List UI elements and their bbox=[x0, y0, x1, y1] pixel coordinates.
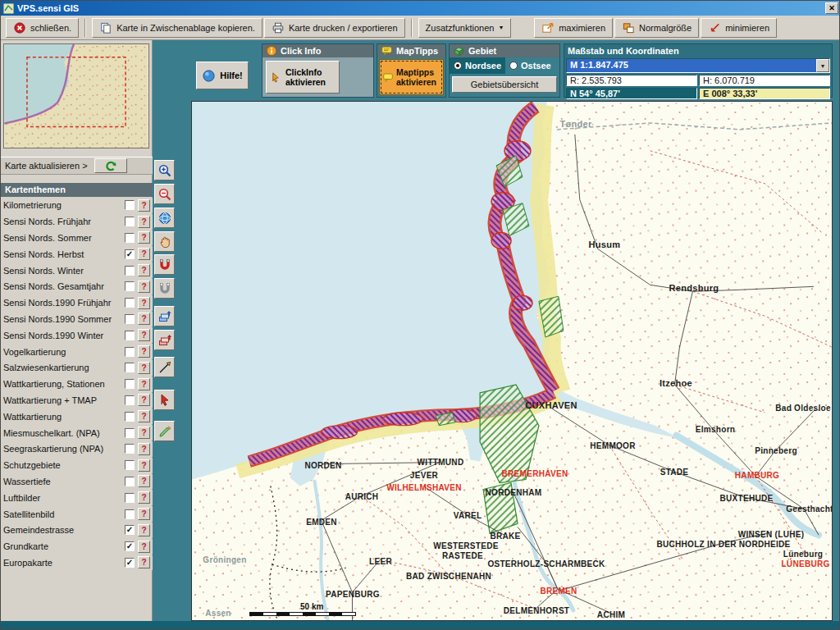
select-tool[interactable] bbox=[154, 390, 175, 410]
draw-tool[interactable] bbox=[154, 421, 175, 441]
layer-checkbox[interactable] bbox=[125, 428, 135, 438]
layer-help-button[interactable]: ? bbox=[138, 524, 150, 536]
layer-checkbox[interactable]: ✓ bbox=[125, 558, 135, 568]
refresh-map-button[interactable] bbox=[94, 158, 127, 173]
zoom-out-tool[interactable] bbox=[154, 184, 175, 204]
pan-tool[interactable] bbox=[154, 231, 175, 252]
close-map-button[interactable]: schließen. bbox=[6, 18, 79, 38]
layer-checkbox[interactable] bbox=[125, 412, 135, 422]
update-map-label: Karte aktualisieren > bbox=[5, 161, 88, 171]
layer-help-button[interactable]: ? bbox=[138, 199, 150, 212]
layer-checkbox[interactable] bbox=[125, 200, 135, 210]
layer-help-button[interactable]: ? bbox=[138, 475, 150, 487]
map-canvas[interactable]: TønderHusumRendsburgItzehoeBad OldesloeE… bbox=[191, 101, 833, 621]
layer-checkbox[interactable] bbox=[125, 217, 135, 226]
map-image bbox=[192, 102, 832, 620]
radio-nordsee[interactable]: Nordsee bbox=[450, 57, 505, 74]
maximize-label: maximieren bbox=[559, 23, 605, 33]
layer-checkbox[interactable] bbox=[125, 395, 135, 405]
layer-help-button[interactable]: ? bbox=[138, 541, 150, 553]
maximize-button[interactable]: maximieren bbox=[534, 18, 613, 38]
scale-select[interactable]: M 1:1.847.475 ▼ bbox=[566, 58, 830, 73]
toolbar: schließen. Karte in Zwischenablage kopie… bbox=[1, 16, 840, 40]
overview-minimap[interactable] bbox=[3, 43, 149, 148]
maptipps-panel: MapTipps Maptipps aktivieren bbox=[377, 43, 446, 98]
layer-help-button[interactable]: ? bbox=[138, 410, 150, 422]
layer-checkbox[interactable] bbox=[125, 460, 135, 470]
layer-help-button[interactable]: ? bbox=[138, 281, 150, 293]
layer-checkbox[interactable] bbox=[125, 266, 135, 276]
layer-checkbox[interactable] bbox=[125, 314, 135, 324]
maptipps-activate-button[interactable]: Maptipps aktivieren bbox=[379, 59, 444, 95]
layer-checkbox[interactable] bbox=[125, 363, 135, 372]
normal-size-icon bbox=[622, 21, 635, 34]
layer-checkbox[interactable] bbox=[125, 331, 135, 340]
layer-checkbox[interactable] bbox=[125, 444, 135, 454]
gebiet-overview-button[interactable]: Gebietsübersicht bbox=[452, 76, 557, 93]
gebiet-panel: Gebiet Nordsee Ostsee Gebietsübersicht bbox=[449, 43, 560, 98]
layer-row: Sensi Nords.1990 Winter? bbox=[1, 327, 153, 343]
clickinfo-activate-button[interactable]: ClickInfo aktivieren bbox=[266, 61, 340, 94]
layer-help-button[interactable]: ? bbox=[138, 427, 150, 439]
extras-dropdown-button[interactable]: Zusatzfunktionen ▼ bbox=[418, 18, 512, 38]
layer-checkbox[interactable] bbox=[125, 379, 135, 389]
order-lower-tool[interactable] bbox=[154, 330, 175, 350]
minimize-button[interactable]: minimieren bbox=[701, 18, 777, 38]
layer-help-button[interactable]: ? bbox=[138, 313, 150, 325]
layer-checkbox[interactable]: ✓ bbox=[125, 541, 135, 551]
scale-dropdown-button[interactable]: ▼ bbox=[816, 59, 829, 72]
zoom-out-icon bbox=[158, 187, 172, 202]
layer-help-button[interactable]: ? bbox=[138, 362, 150, 374]
window-close-button[interactable]: ✕ bbox=[825, 2, 838, 14]
layer-help-button[interactable]: ? bbox=[138, 508, 150, 520]
clickinfo-panel: Click Info ClickInfo aktivieren bbox=[262, 43, 374, 98]
layer-row: Sensi Nords.1990 Sommer? bbox=[1, 312, 153, 327]
normal-size-button[interactable]: Normalgröße bbox=[614, 18, 699, 38]
layer-checkbox[interactable] bbox=[125, 233, 135, 243]
layer-checkbox[interactable] bbox=[125, 477, 135, 486]
layer-checkbox[interactable] bbox=[125, 281, 135, 291]
layer-label: Wattkartierung, Stationen bbox=[3, 379, 121, 389]
layer-checkbox[interactable]: ✓ bbox=[125, 525, 135, 535]
zoom-in-tool[interactable] bbox=[154, 160, 175, 180]
layer-label: Sensi Nords.1990 Frühjahr bbox=[3, 298, 121, 308]
layer-help-button[interactable]: ? bbox=[138, 459, 150, 472]
help-button[interactable]: Hilfe! bbox=[196, 62, 249, 89]
toolbar-separator bbox=[84, 19, 86, 37]
help-label: Hilfe! bbox=[220, 71, 243, 80]
layer-help-button[interactable]: ? bbox=[138, 378, 150, 390]
order-raise-tool[interactable] bbox=[154, 306, 175, 326]
layer-help-button[interactable]: ? bbox=[138, 329, 150, 341]
layer-help-button[interactable]: ? bbox=[138, 491, 150, 504]
measure-tool[interactable] bbox=[154, 357, 175, 377]
magnet-active-tool[interactable] bbox=[154, 254, 175, 275]
layer-row: Sensi Nords. Sommer? bbox=[1, 231, 153, 246]
layer-help-button[interactable]: ? bbox=[138, 216, 150, 228]
layer-help-button[interactable]: ? bbox=[138, 556, 150, 568]
layer-help-button[interactable]: ? bbox=[138, 231, 150, 244]
layer-checkbox[interactable] bbox=[125, 298, 135, 308]
layer-checkbox[interactable] bbox=[125, 493, 135, 503]
layer-help-button[interactable]: ? bbox=[138, 345, 150, 358]
print-export-label: Karte drucken / exportieren bbox=[289, 23, 398, 33]
print-export-button[interactable]: Karte drucken / exportieren bbox=[264, 18, 405, 38]
layer-label: Vogelkartierung bbox=[3, 347, 121, 357]
title-bar: VPS.sensi GIS ✕ bbox=[1, 1, 840, 16]
layer-checkbox[interactable] bbox=[125, 509, 135, 519]
layer-checkbox[interactable] bbox=[125, 347, 135, 357]
full-extent-tool[interactable] bbox=[154, 208, 175, 228]
layer-help-button[interactable]: ? bbox=[138, 248, 150, 260]
layer-checkbox[interactable]: ✓ bbox=[125, 249, 135, 259]
layer-help-button[interactable]: ? bbox=[138, 297, 150, 309]
speech-bubble-icon bbox=[381, 45, 393, 57]
radio-ostsee[interactable]: Ostsee bbox=[505, 57, 559, 74]
layer-label: Sensi Nords.1990 Winter bbox=[3, 331, 121, 340]
app-icon bbox=[3, 3, 14, 14]
layer-help-button[interactable]: ? bbox=[138, 394, 150, 406]
magnet-inactive-tool[interactable] bbox=[154, 278, 175, 299]
layer-help-button[interactable]: ? bbox=[138, 264, 150, 276]
layer-label: Sensi Nords.1990 Sommer bbox=[3, 314, 121, 324]
coords-header: Maßstab und Koordinaten bbox=[564, 44, 832, 57]
copy-map-button[interactable]: Karte in Zwischenablage kopieren. bbox=[92, 18, 262, 38]
layer-help-button[interactable]: ? bbox=[138, 443, 150, 455]
